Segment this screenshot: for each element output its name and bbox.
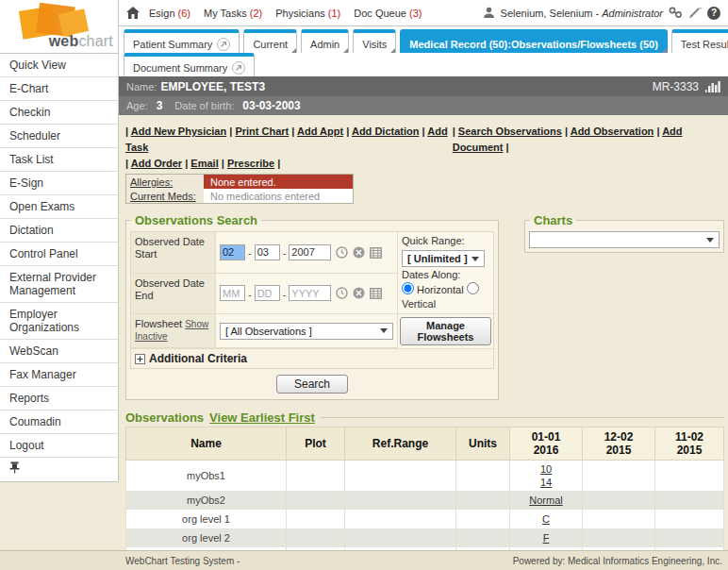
help-icon[interactable]: ? [707, 7, 720, 20]
obs-value-link[interactable]: F [513, 531, 579, 545]
sidebar-item-control-panel[interactable]: Control Panel [0, 243, 118, 266]
obs-name: org level 1 [126, 510, 287, 528]
search-observations-link[interactable]: Search Observations [458, 126, 562, 137]
home-icon[interactable] [126, 7, 140, 19]
view-earliest-first-link[interactable]: View Earliest First [209, 411, 315, 425]
end-day-input[interactable] [255, 285, 280, 301]
current-meds-link[interactable]: Current Meds: [130, 191, 196, 202]
footer-left: WebChart Testing System - [125, 556, 240, 566]
logo-text-web: web [49, 33, 79, 49]
col-header-units: Units [456, 428, 510, 461]
sidebar-item-quick-view[interactable]: Quick View [0, 54, 118, 77]
flowsheet-label: Flowsheet [135, 318, 182, 329]
sidebar-item-scheduler[interactable]: Scheduler [0, 125, 118, 148]
obs-value-link[interactable]: C [513, 512, 579, 526]
tab-visits[interactable]: Visits [353, 29, 396, 53]
end-time-icon[interactable] [336, 287, 348, 299]
popout-icon[interactable] [232, 61, 245, 75]
sidebar-item-e-chart[interactable]: E-Chart [0, 77, 118, 101]
charts-select[interactable] [529, 231, 720, 248]
user-role: Administrator [602, 8, 663, 19]
nav-physicians[interactable]: Physicians (1) [275, 8, 340, 19]
sidebar-item-open-exams[interactable]: Open Exams [0, 195, 118, 219]
shortcuts-link-icon[interactable] [669, 7, 683, 19]
physicians-count: (1) [328, 8, 340, 19]
obs-value-link[interactable]: Normal [513, 494, 579, 507]
manage-flowsheets-button[interactable]: Manage Flowsheets [400, 317, 491, 345]
observations-search-title: Observations Search [131, 213, 261, 227]
tab-medical-record-observations[interactable]: Medical Record (50):Observations/Flowshe… [400, 29, 667, 53]
mr-number: MR-3333 [653, 80, 699, 93]
allergies-link[interactable]: Allergies: [130, 176, 173, 188]
dates-along-horizontal[interactable]: Horizontal [402, 284, 464, 295]
add-dictation-link[interactable]: Add Dictation [352, 126, 420, 137]
start-calendar-icon[interactable] [370, 246, 382, 259]
patient-banner-info: Age: 3 Date of birth: 03-03-2003 [119, 96, 728, 115]
horizontal-radio[interactable] [402, 282, 414, 294]
expand-plus-icon [135, 354, 145, 364]
col-header-name: Name [126, 428, 287, 461]
patient-name: EMPLOYEE, TEST3 [160, 80, 265, 93]
tab-current[interactable]: Current [243, 29, 297, 53]
end-year-input[interactable] [289, 285, 331, 301]
tab-document-summary[interactable]: Document Summary [124, 53, 255, 76]
sidebar-pin-toggle[interactable] [0, 458, 118, 481]
end-calendar-icon[interactable] [370, 287, 382, 299]
start-month-input[interactable] [220, 244, 245, 260]
sidebar-item-e-sign[interactable]: E-Sign [0, 172, 118, 195]
add-appt-link[interactable]: Add Appt [297, 126, 343, 137]
webchart-logo[interactable]: webchart [0, 0, 119, 54]
sidebar-item-coumadin[interactable]: Coumadin [0, 411, 118, 434]
edit-wand-icon[interactable] [688, 7, 702, 19]
obs-name: myObs2 [126, 491, 287, 510]
end-month-input[interactable] [220, 285, 245, 301]
sidebar-item-fax-manager[interactable]: Fax Manager [0, 363, 118, 387]
add-order-link[interactable]: Add Order [131, 158, 182, 169]
user-icon [483, 7, 495, 19]
sidebar-item-external-provider-management[interactable]: External Provider Management [0, 266, 118, 303]
chevron-down-icon [706, 238, 714, 243]
patient-dob: 03-03-2003 [242, 99, 300, 112]
nav-esign[interactable]: Esign (6) [149, 8, 190, 19]
nav-my-tasks[interactable]: My Tasks (2) [204, 8, 262, 19]
print-chart-link[interactable]: Print Chart [235, 126, 289, 137]
search-button[interactable]: Search [276, 375, 348, 394]
allergy-meds-box: Allergies: None entered. Current Meds: N… [125, 174, 354, 204]
flowsheet-select[interactable]: [ All Observations ] [220, 323, 393, 340]
start-year-input[interactable] [289, 244, 331, 260]
sidebar-item-reports[interactable]: Reports [0, 387, 118, 411]
additional-criteria-toggle[interactable]: Additional Criteria [131, 348, 493, 368]
patient-chart-icon[interactable] [705, 80, 720, 92]
email-link[interactable]: Email [190, 158, 218, 169]
sidebar-item-webscan[interactable]: WebScan [0, 340, 118, 363]
start-time-icon[interactable] [336, 246, 348, 259]
col-header-ref-range: Ref.Range [345, 428, 456, 461]
tab-patient-summary[interactable]: Patient Summary [124, 29, 240, 53]
allergies-value: None entered. [204, 175, 353, 189]
start-day-input[interactable] [255, 244, 280, 260]
sidebar-item-logout[interactable]: Logout [0, 434, 118, 458]
start-clear-icon[interactable] [353, 246, 365, 259]
sidebar-item-dictation[interactable]: Dictation [0, 219, 118, 243]
tab-bar-row2: Document Summary [119, 53, 728, 76]
quick-range-select[interactable]: [ Unlimited ] [402, 250, 485, 267]
logged-in-user[interactable]: Selenium, Selenium - Administrator [501, 8, 663, 19]
charts-title: Charts [530, 213, 576, 227]
observations-title: Observations [125, 411, 204, 425]
prescribe-link[interactable]: Prescribe [227, 158, 274, 169]
sidebar-item-checkin[interactable]: Checkin [0, 101, 118, 125]
tab-admin[interactable]: Admin [301, 29, 349, 53]
sidebar-item-employer-organizations[interactable]: Employer Organizations [0, 303, 118, 340]
left-column: webchart Quick View E-Chart Checkin Sche… [0, 0, 119, 550]
popout-icon[interactable] [217, 38, 230, 51]
add-new-physician-link[interactable]: Add New Physician [131, 126, 226, 137]
vertical-radio[interactable] [467, 282, 479, 294]
obs-value-link[interactable]: 10 [513, 462, 579, 476]
obs-value-link[interactable]: 14 [513, 476, 579, 489]
tab-test-results[interactable]: Test Results [671, 29, 728, 53]
add-observation-link[interactable]: Add Observation [571, 126, 654, 137]
nav-doc-queue[interactable]: Doc Queue (3) [354, 8, 422, 19]
top-navigation: Esign (6) My Tasks (2) Physicians (1) Do… [119, 0, 728, 26]
sidebar-item-task-list[interactable]: Task List [0, 148, 118, 172]
end-clear-icon[interactable] [353, 287, 365, 299]
